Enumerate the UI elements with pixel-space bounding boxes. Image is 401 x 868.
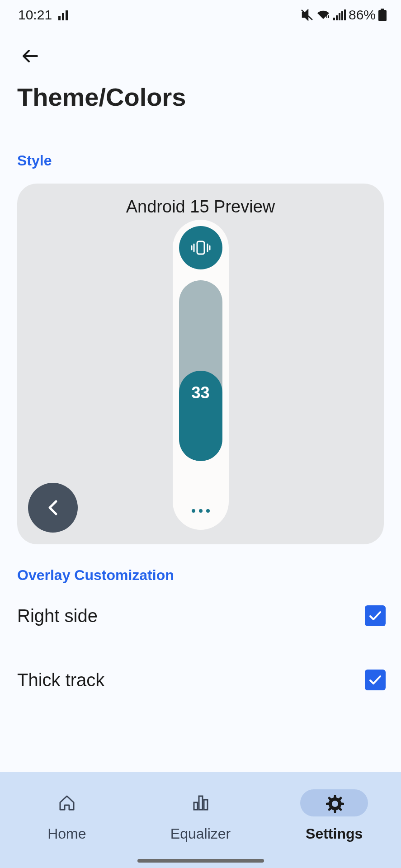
volume-widget: 33 [173,220,229,530]
preview-title: Android 15 Preview [28,197,373,217]
gesture-bar[interactable] [137,859,264,863]
nav-equalizer-label: Equalizer [170,826,231,842]
svg-point-14 [332,801,338,807]
status-bar: 10:21 86% [0,0,401,27]
svg-rect-3 [333,18,335,20]
svg-rect-6 [341,11,343,20]
nav-home[interactable]: Home [0,789,134,842]
back-button[interactable] [18,43,43,69]
nav-home-label: Home [47,826,86,842]
right-side-label: Right side [17,606,98,626]
right-side-checkbox[interactable] [365,605,386,626]
battery-percentage: 86% [349,7,376,23]
right-side-row[interactable]: Right side [0,584,401,648]
home-icon [57,793,76,812]
style-section-label: Style [17,152,401,169]
check-icon [368,672,383,688]
slider-fill: 33 [179,371,222,461]
svg-rect-4 [336,15,338,20]
svg-rect-5 [339,13,340,20]
vibrate-icon [189,239,212,257]
signal-bars-icon [58,9,70,20]
arrow-left-icon [21,46,41,66]
wifi-icon [316,9,330,21]
svg-rect-1 [62,13,64,20]
bottom-nav-bar: Home Equalizer Settings [0,772,401,868]
svg-rect-13 [204,800,208,810]
status-time: 10:21 [18,7,52,23]
chevron-left-icon [46,499,60,517]
cell-signal-icon [333,9,346,20]
nav-settings[interactable]: Settings [267,789,401,842]
volume-slider[interactable]: 33 [179,280,222,461]
vibrate-button[interactable] [179,226,222,269]
previous-style-button[interactable] [28,483,78,533]
slider-value: 33 [191,383,209,402]
thick-track-label: Thick track [17,670,104,690]
style-preview-card: Android 15 Preview 33 [17,184,384,544]
thick-track-row[interactable]: Thick track [0,648,401,712]
page-title: Theme/Colors [17,82,401,112]
equalizer-icon [191,793,210,812]
vibrate-mute-icon [301,9,313,21]
svg-rect-7 [344,9,346,20]
svg-rect-11 [194,802,198,810]
svg-rect-12 [199,796,203,810]
overlay-section-label: Overlay Customization [17,567,401,584]
gear-icon [324,793,344,813]
nav-equalizer[interactable]: Equalizer [134,789,268,842]
thick-track-checkbox[interactable] [365,670,386,690]
nav-settings-label: Settings [306,826,363,842]
svg-rect-8 [381,9,384,10]
svg-rect-2 [66,10,68,20]
battery-icon [378,9,387,21]
check-icon [368,608,383,623]
more-dots-button[interactable] [192,509,210,513]
svg-rect-0 [58,16,61,20]
svg-rect-9 [378,10,387,21]
svg-rect-10 [197,241,204,254]
